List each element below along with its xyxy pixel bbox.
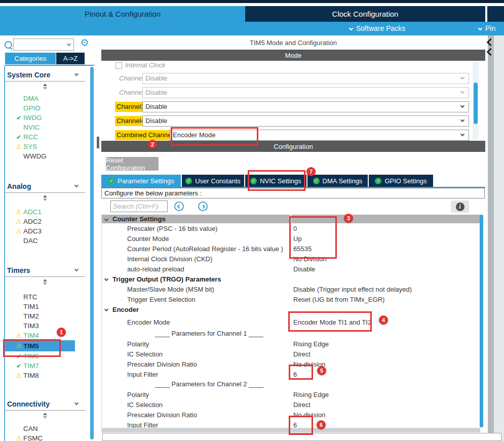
channel3-row: Channel3 Disable — [101, 101, 471, 112]
chevron-down-icon — [460, 104, 464, 108]
right-gutter-light — [494, 35, 504, 441]
param-row[interactable]: PolarityRising Edge — [102, 389, 481, 399]
sidebar-item-wwdg[interactable]: WWDG — [0, 151, 90, 161]
sidebar-item-tim7[interactable]: TIM7 — [0, 361, 90, 371]
sort-spinner-icon[interactable] — [0, 82, 90, 92]
sidebar-item-adc2[interactable]: ADC2 — [0, 217, 90, 226]
mode-scrollbar-thumb[interactable] — [474, 83, 478, 124]
sidebar-item-can[interactable]: CAN — [0, 424, 90, 433]
annotation-circle-1: 1 — [57, 328, 66, 337]
channel3-select[interactable]: Disable — [142, 101, 469, 112]
section-header-connectivity[interactable]: Connectivity — [0, 399, 90, 409]
param-row[interactable]: Master/Slave Mode (MSM bit)Disable (Trig… — [102, 284, 481, 294]
sidebar-item-tim1[interactable]: TIM1 — [0, 302, 90, 311]
sidebar-item-adc3[interactable]: ADC3 — [0, 226, 90, 236]
warning-icon — [14, 228, 23, 234]
info-icon: i — [456, 203, 464, 211]
param-row[interactable]: PolarityRising Edge — [102, 339, 481, 349]
info-button[interactable]: i — [451, 201, 469, 213]
sidebar-item-dac[interactable]: DAC — [0, 236, 90, 246]
sidebar-item-tim8[interactable]: TIM8 — [0, 371, 90, 380]
panel-splitter-grip[interactable] — [97, 137, 99, 148]
search-next-button[interactable] — [198, 202, 208, 211]
section-header-analog[interactable]: Analog — [0, 181, 90, 191]
param-group-trigger-output[interactable]: Trigger Output (TRGO) Parameters — [102, 274, 481, 284]
tab-clock-configuration[interactable]: Clock Configuration — [245, 6, 485, 22]
sidebar-section-connectivity: Connectivity CAN FSMC — [0, 399, 90, 441]
warning-icon — [14, 373, 23, 379]
sort-spinner-icon[interactable] — [0, 277, 90, 287]
warning-icon — [14, 435, 23, 441]
tab-parameter-settings[interactable]: ✓ Parameter Settings — [101, 175, 181, 187]
section-header-timers[interactable]: Timers — [0, 265, 90, 275]
sidebar-search-input[interactable] — [13, 38, 74, 51]
sidebar-search-combobox[interactable] — [13, 38, 74, 51]
annotation-circle-7: 7 — [306, 167, 316, 176]
warning-icon — [14, 144, 23, 150]
sidebar-item-nvic[interactable]: NVIC — [0, 123, 90, 132]
gear-icon[interactable]: ⚙ — [80, 37, 89, 48]
search-icon — [5, 41, 12, 49]
chevron-down-icon — [460, 90, 464, 94]
pinout-view-dropdown[interactable]: Pin — [479, 24, 495, 32]
tab-categories[interactable]: Categories — [5, 53, 56, 64]
param-row[interactable]: IC SelectionDirect — [102, 399, 481, 410]
sidebar-item-tim2[interactable]: TIM2 — [0, 311, 90, 321]
parameter-search-input[interactable] — [110, 201, 168, 212]
parameter-search-field[interactable] — [110, 201, 168, 212]
channel2-select[interactable]: Disable — [142, 87, 469, 98]
warning-icon — [14, 219, 23, 225]
chevron-down-icon — [460, 132, 464, 136]
sidebar-scrollbar[interactable] — [90, 67, 94, 439]
sidebar-section-system-core: System Core DMA GPIO IWDG NVIC RCC SYS W… — [0, 70, 90, 161]
search-previous-button[interactable] — [174, 202, 184, 211]
check-icon — [14, 134, 23, 140]
tab-a-to-z[interactable]: A->Z — [56, 53, 85, 64]
sort-spinner-icon[interactable] — [0, 411, 90, 421]
param-row[interactable]: Trigger Event SelectionReset (UG bit fro… — [102, 294, 481, 304]
channel2-row: Channel2 Disable — [101, 87, 471, 98]
tab-next-partial[interactable] — [486, 6, 504, 22]
sidebar-item-sys[interactable]: SYS — [0, 142, 90, 151]
param-row[interactable]: auto-reload preloadDisable — [102, 264, 481, 274]
sidebar-item-tim3[interactable]: TIM3 — [0, 321, 90, 331]
tab-gpio-settings[interactable]: ✓ GPIO Settings — [369, 175, 433, 187]
top-toolbar-edge — [0, 0, 504, 3]
sidebar-item-iwdg[interactable]: IWDG — [0, 113, 90, 123]
sidebar-section-analog: Analog ADC1 ADC2 ADC3 DAC — [0, 181, 90, 246]
chevron-down-icon — [104, 307, 108, 311]
check-icon: ✓ — [185, 178, 192, 184]
sort-spinner-icon[interactable] — [0, 193, 90, 203]
check-icon — [14, 115, 23, 121]
sidebar-item-adc1[interactable]: ADC1 — [0, 207, 90, 217]
channel4-select[interactable]: Disable — [142, 115, 469, 127]
parameter-scrollbar[interactable] — [480, 215, 483, 427]
check-icon: ✓ — [313, 178, 320, 184]
chevron-down-icon — [104, 277, 108, 281]
chevron-down-icon — [74, 267, 79, 271]
sidebar-item-gpio[interactable]: GPIO — [0, 103, 90, 113]
chevron-down-icon — [104, 217, 108, 221]
sidebar-section-timers: Timers RTC TIM1 TIM2 TIM3 TIM4 TIM5 TIM6… — [0, 265, 90, 380]
chevron-down-icon — [349, 26, 353, 30]
mode-section-header: Mode — [101, 50, 485, 61]
tab-pinout-configuration[interactable]: Pinout & Configuration — [0, 6, 245, 22]
internal-clock-checkbox[interactable] — [115, 62, 122, 69]
annotation-box-encoder-ti1-ti2 — [288, 311, 372, 332]
annotation-circle-5: 5 — [317, 366, 326, 375]
check-icon — [14, 363, 23, 369]
sidebar-item-rcc[interactable]: RCC — [0, 132, 90, 142]
categories-underline — [5, 65, 94, 66]
sidebar-item-fsmc[interactable]: FSMC — [0, 433, 90, 441]
tab-user-constants[interactable]: ✓ User Constants — [182, 175, 244, 187]
chevron-down-icon — [74, 401, 79, 405]
param-row[interactable]: IC SelectionDirect — [102, 349, 481, 359]
reset-configuration-button[interactable]: Reset Configuration — [106, 157, 159, 171]
tab-dma-settings[interactable]: ✓ DMA Settings — [307, 175, 368, 187]
section-header-system-core[interactable]: System Core — [0, 70, 90, 80]
sidebar-item-dma[interactable]: DMA — [0, 94, 90, 103]
sidebar-item-rtc[interactable]: RTC — [0, 292, 90, 302]
combined-channels-row: Combined Channels Encoder Mode — [101, 130, 471, 141]
software-packs-dropdown[interactable]: Software Packs — [350, 24, 405, 32]
channel1-select[interactable]: Disable — [142, 73, 469, 84]
